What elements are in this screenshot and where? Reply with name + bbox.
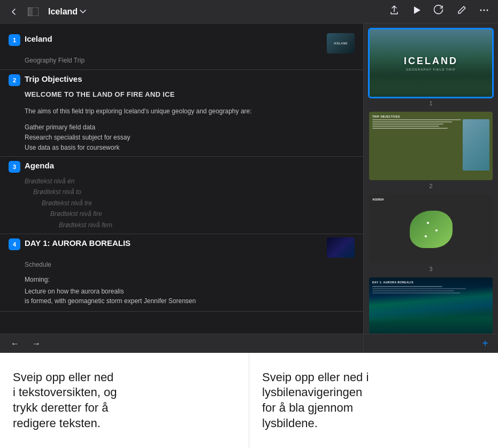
nav-slide-4-title: DAY 1: AURORA BOREALIS [372,281,489,284]
slide-1-body: Geography Field Trip [9,56,355,64]
nav-slide-4[interactable]: DAY 1: AURORA BOREALIS 4 [368,276,494,334]
tooltip-right: Sveip opp eller ned ilysbilenavigeringen… [249,353,498,448]
nav-slide-2-content [372,119,489,171]
pen-icon[interactable] [454,3,469,20]
outline-bottom-bar: ← → [0,334,363,353]
slide-3-placeholder-2: Brødtekst nivå to [25,187,355,197]
tooltip-left-text: Sveip opp eller nedi tekstoversikten, og… [13,370,117,431]
slide-1-thumbnail [327,33,355,53]
document-title-button[interactable]: Iceland [45,5,89,19]
svg-point-4 [480,10,482,11]
nav-slide-2-bg: TRIP OBJECTIVES [369,112,493,180]
s2-line-2 [372,121,452,122]
slide-2-body-text: The aims of this field trip exploring Ic… [25,106,355,116]
slide-3-header: 3 Agenda [9,160,355,173]
slide-1-number: 1 [9,34,20,46]
slide-nav-content[interactable]: ICELAND GEOGRAPHY FIELD TRIP 1 TRIP OBJE… [364,24,498,334]
outline-panel: 1 Iceland Geography Field Trip 2 Trip Ob… [0,24,364,353]
slide-3-placeholder-5: Brødtekst nivå fem [25,220,355,230]
s2-line-5 [372,128,448,129]
slide-1-header: 1 Iceland [9,33,355,53]
tooltip-area: Sveip opp eller nedi tekstoversikten, og… [0,353,498,448]
slide-2-title: Trip Objectives [25,73,82,84]
s2-line-3 [372,123,443,125]
main-area: 1 Iceland Geography Field Trip 2 Trip Ob… [0,24,498,353]
s2-line-1 [372,119,461,120]
map-dot-2 [435,229,438,231]
nav-slide-4-preview: DAY 1: AURORA BOREALIS [368,276,494,334]
slide-4-header: 4 DAY 1: AURORA BOREALIS [9,237,355,258]
topbar-right [387,3,492,20]
nav-slide-3-bg: AGENDA [369,195,493,263]
outline-content[interactable]: 1 Iceland Geography Field Trip 2 Trip Ob… [0,24,363,334]
nav-slide-4-bg: DAY 1: AURORA BOREALIS [369,277,493,334]
slide-3-number: 3 [9,161,20,173]
slide-2-header: 2 Trip Objectives [9,73,355,86]
slide-2-body: WELCOME TO THE LAND OF FIRE AND ICE The … [9,88,355,153]
nav-slide-2-title: TRIP OBJECTIVES [372,115,489,118]
slide-3-placeholder-3: Brødtekst nivå tre [25,198,355,208]
nav-slide-2-number: 2 [368,183,494,189]
slide-2-heading: WELCOME TO THE LAND OF FIRE AND ICE [25,89,355,100]
topbar-left: Iceland [6,4,387,19]
slide-4-thumbnail [327,237,355,258]
svg-point-6 [487,10,488,11]
back-button[interactable] [6,4,21,19]
slide-4-title: DAY 1: AURORA BOREALIS [25,237,131,249]
nav-slide-1[interactable]: ICELAND GEOGRAPHY FIELD TRIP 1 [368,28,494,106]
more-icon[interactable] [477,3,492,20]
nav-slide-1-preview: ICELAND GEOGRAPHY FIELD TRIP [368,28,494,98]
slide-2-number: 2 [9,74,20,86]
slide-4-detail: Lecture on how the aurora borealisis for… [25,287,355,306]
nav-slide-1-title: ICELAND [404,56,458,67]
nav-slide-3[interactable]: AGENDA 3 [368,194,494,272]
s4-line-2 [372,288,466,289]
next-slide-button[interactable]: → [28,337,45,351]
outline-slide-4[interactable]: 4 DAY 1: AURORA BOREALIS Schedule Mornin… [0,234,363,312]
slide-3-placeholder-4: Brødtekst nivå fire [25,208,355,219]
document-title: Iceland [48,7,78,17]
slide-4-body: Schedule Morning: Lecture on how the aur… [9,260,355,306]
slide-3-header-left: 3 Agenda [9,160,54,173]
add-slide-button[interactable]: + [478,336,493,351]
slide-4-subtitle: Schedule [25,261,355,268]
nav-slide-3-title: AGENDA [372,198,489,201]
nav-slide-3-map [410,211,453,248]
nav-slide-2-left [372,119,461,171]
slide-navigator-panel: ICELAND GEOGRAPHY FIELD TRIP 1 TRIP OBJE… [364,24,498,353]
nav-slide-3-preview: AGENDA [368,194,494,264]
tooltip-right-text: Sveip opp eller ned ilysbilenavigeringen… [262,370,369,431]
play-icon[interactable] [409,3,424,20]
svg-marker-3 [414,6,420,14]
slide-1-header-left: 1 Iceland [9,33,52,46]
slide-3-title: Agenda [25,160,54,171]
svg-rect-0 [28,7,32,16]
slide-1-subtitle: Geography Field Trip [25,57,355,64]
outline-slide-3[interactable]: 3 Agenda Brødtekst nivå én Brødtekst niv… [0,157,363,234]
map-dot-3 [425,235,427,237]
sidebar-toggle-button[interactable] [26,4,41,19]
slide-nav-bottom: + [364,334,498,353]
nav-arrows: ← → [6,337,45,351]
slide-4-morning-label: Morning: [25,275,355,284]
s2-line-4 [372,126,439,127]
slide-2-header-left: 2 Trip Objectives [9,73,82,86]
map-dot-1 [427,222,429,224]
nav-slide-1-subtitle: GEOGRAPHY FIELD TRIP [406,68,455,71]
outline-slide-1[interactable]: 1 Iceland Geography Field Trip [0,30,363,70]
slide-2-bullet-3: Use data as basis for coursework [25,143,355,153]
nav-slide-2-preview: TRIP OBJECTIVES [368,111,494,181]
slide-4-header-left: 4 DAY 1: AURORA BOREALIS [9,237,131,250]
share-icon[interactable] [387,3,402,20]
slide-2-bullet-2: Research specialist subject for essay [25,133,355,143]
s4-line-3 [372,290,454,291]
slide-2-bullet-1: Gather primary field data [25,122,355,133]
prev-slide-button[interactable]: ← [6,337,24,351]
nav-slide-3-number: 3 [368,266,494,272]
nav-slide-1-bg: ICELAND GEOGRAPHY FIELD TRIP [370,29,492,97]
nav-slide-2[interactable]: TRIP OBJECTIVES [368,111,494,189]
rewind-icon[interactable] [432,3,447,20]
slide-3-body: Brødtekst nivå én Brødtekst nivå to Brød… [9,175,355,230]
topbar: Iceland [0,0,498,24]
outline-slide-2[interactable]: 2 Trip Objectives WELCOME TO THE LAND OF… [0,70,363,157]
